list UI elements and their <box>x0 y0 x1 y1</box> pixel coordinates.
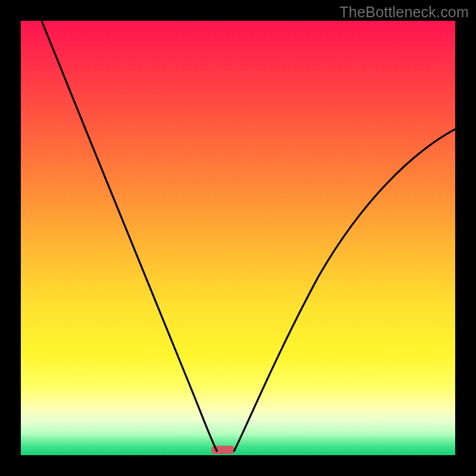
chart-plot-area <box>21 21 455 455</box>
watermark-text: TheBottleneck.com <box>340 4 469 21</box>
curve-left <box>42 21 217 452</box>
curve-right <box>234 129 455 452</box>
chart-frame: TheBottleneck.com <box>0 0 476 476</box>
chart-svg <box>21 21 455 455</box>
